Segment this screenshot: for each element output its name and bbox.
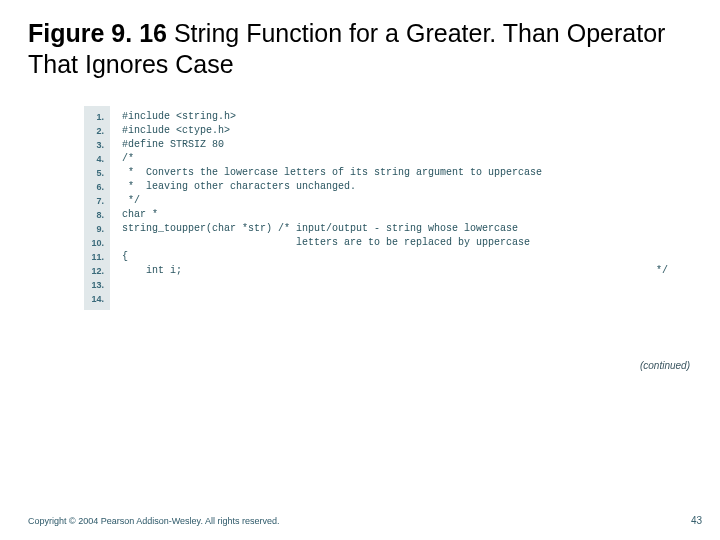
line-number: 8. (90, 208, 104, 222)
slide: Figure 9. 16 String Function for a Great… (0, 0, 720, 540)
line-number: 14. (90, 292, 104, 306)
line-number: 7. (90, 194, 104, 208)
line-number: 10. (90, 236, 104, 250)
continued-label: (continued) (640, 360, 690, 371)
code-line: { (122, 250, 672, 264)
comment-close: */ (656, 264, 668, 278)
line-number: 5. (90, 166, 104, 180)
line-number: 1. (90, 110, 104, 124)
line-number: 4. (90, 152, 104, 166)
line-number: 3. (90, 138, 104, 152)
code-line: int i; (122, 264, 672, 278)
code-line: letters are to be replaced by uppercase (122, 236, 672, 250)
code-line: * leaving other characters unchanged. (122, 180, 672, 194)
footer: Copyright © 2004 Pearson Addison-Wesley.… (28, 515, 702, 526)
code-lines: #include <string.h> #include <ctype.h> #… (112, 106, 672, 310)
code-line: /* (122, 152, 672, 166)
code-line: */ (122, 194, 672, 208)
line-number: 9. (90, 222, 104, 236)
code-line: * Converts the lowercase letters of its … (122, 166, 672, 180)
line-number: 2. (90, 124, 104, 138)
code-line: char * (122, 208, 672, 222)
line-number-gutter: 1. 2. 3. 4. 5. 6. 7. 8. 9. 10. 11. 12. 1… (84, 106, 112, 310)
line-number: 13. (90, 278, 104, 292)
line-number: 11. (90, 250, 104, 264)
copyright-text: Copyright © 2004 Pearson Addison-Wesley.… (28, 516, 279, 526)
code-line: #include <ctype.h> (122, 124, 672, 138)
code-block: 1. 2. 3. 4. 5. 6. 7. 8. 9. 10. 11. 12. 1… (84, 106, 672, 310)
code-line: string_toupper(char *str) /* input/outpu… (122, 222, 672, 236)
figure-number: Figure 9. 16 (28, 19, 167, 47)
code-line: #include <string.h> (122, 110, 672, 124)
line-number: 6. (90, 180, 104, 194)
code-line: #define STRSIZ 80 (122, 138, 672, 152)
page-number: 43 (691, 515, 702, 526)
line-number: 12. (90, 264, 104, 278)
figure-title: Figure 9. 16 String Function for a Great… (28, 18, 692, 81)
